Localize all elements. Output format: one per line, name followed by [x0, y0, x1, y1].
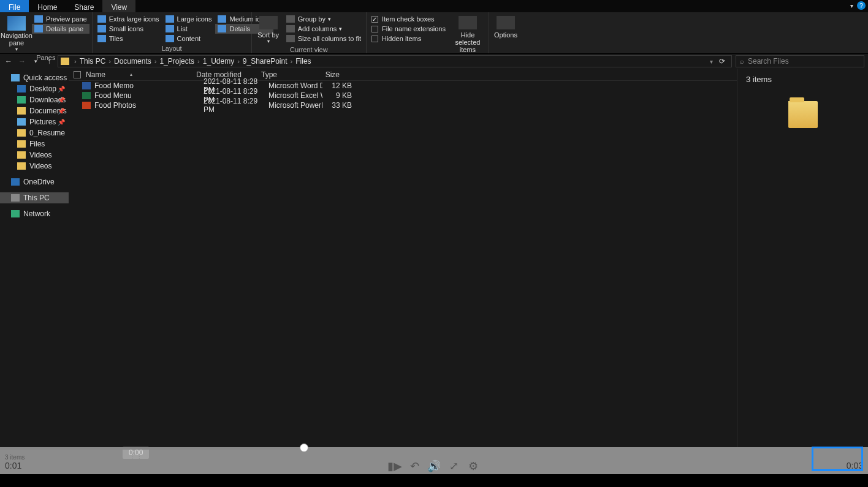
volume-button[interactable]: 🔊 — [427, 459, 441, 473]
sidebar-quick-access[interactable]: Quick access — [0, 72, 69, 83]
search-placeholder: Search Files — [748, 57, 789, 66]
current-time: 0:01 — [5, 461, 25, 470]
highlight-box — [812, 447, 863, 471]
breadcrumb-segment[interactable]: Documents — [112, 57, 153, 66]
size-all-columns-button[interactable]: Size all columns to fit — [284, 34, 364, 43]
fullscreen-button[interactable]: ⤢ — [447, 459, 460, 473]
progress-bar[interactable] — [0, 447, 868, 450]
large-icons-icon — [166, 15, 174, 23]
ribbon-group-layout: Extra large icons Small icons Tiles Larg… — [93, 12, 252, 53]
details-icon — [218, 25, 226, 32]
tiles-icon — [97, 35, 106, 42]
view-tiles[interactable]: Tiles — [95, 34, 162, 43]
file-size: 9 KB — [322, 91, 357, 100]
group-by-button[interactable]: Group by▾ — [284, 14, 364, 24]
layout-group-label: Layout — [95, 45, 249, 53]
pin-icon: 📌 — [58, 119, 65, 126]
hide-selected-button[interactable]: Hide selected items — [449, 14, 486, 55]
item-checkboxes-toggle[interactable]: Item check boxes — [369, 14, 448, 24]
sidebar-documents[interactable]: Documents📌 — [0, 105, 69, 116]
forward-button[interactable]: → — [17, 56, 27, 66]
pin-icon: 📌 — [58, 108, 65, 115]
sidebar-downloads[interactable]: Downloads📌 — [0, 94, 69, 105]
file-row[interactable]: Food Memo2021-08-11 8:28 PMMicrosoft Wor… — [69, 81, 737, 91]
file-date: 2021-08-11 8:29 PM — [204, 97, 268, 114]
pictures-icon — [17, 118, 26, 126]
network-icon — [11, 210, 20, 217]
tab-share[interactable]: Share — [66, 0, 102, 12]
file-type-icon — [82, 82, 91, 89]
extra-large-icons-icon — [97, 15, 106, 23]
progress-fill — [0, 447, 304, 450]
minimize-ribbon-icon[interactable]: ▾ — [850, 2, 853, 9]
tab-home[interactable]: Home — [29, 0, 66, 12]
list-icon — [166, 25, 174, 32]
search-icon: ⌕ — [740, 58, 744, 65]
address-bar[interactable]: › This PC› Documents› 1_Projects› 1_Udem… — [58, 55, 732, 67]
sidebar-desktop[interactable]: Desktop📌 — [0, 83, 69, 94]
file-row[interactable]: Food Photos2021-08-11 8:29 PMMicrosoft P… — [69, 100, 737, 110]
breadcrumb-segment[interactable]: This PC — [78, 57, 108, 66]
view-list[interactable]: List — [163, 24, 215, 34]
add-columns-icon — [286, 25, 295, 32]
recent-dropdown[interactable]: ▾ — [31, 56, 40, 66]
refresh-icon[interactable]: ⟳ — [715, 57, 729, 66]
sidebar-files[interactable]: Files — [0, 138, 69, 149]
file-extensions-toggle[interactable]: File name extensions — [369, 24, 448, 34]
main-area: Quick access Desktop📌 Downloads📌 Documen… — [0, 69, 868, 447]
view-content[interactable]: Content — [163, 34, 215, 43]
breadcrumb-segment[interactable]: 9_SharePoint — [241, 57, 289, 66]
breadcrumb-segment[interactable]: 1_Udemy — [201, 57, 236, 66]
view-large-icons[interactable]: Large icons — [163, 14, 215, 24]
bottom-strip — [0, 474, 868, 487]
quick-access-icon — [11, 74, 20, 81]
view-extra-large-icons[interactable]: Extra large icons — [95, 14, 162, 24]
tab-view[interactable]: View — [102, 0, 135, 12]
column-name[interactable]: Name▴ — [69, 70, 191, 79]
group-by-icon — [286, 15, 295, 23]
file-row[interactable]: Food Menu2021-08-11 8:29 PMMicrosoft Exc… — [69, 91, 737, 100]
status-items: 3 items — [5, 454, 25, 461]
progress-thumb[interactable] — [300, 444, 308, 452]
sidebar-resume[interactable]: 0_Resume — [0, 127, 69, 138]
search-input[interactable]: ⌕ Search Files — [736, 55, 864, 67]
sidebar-this-pc[interactable]: This PC — [0, 192, 69, 203]
file-name: Food Menu — [94, 91, 204, 100]
size-columns-icon — [286, 35, 295, 42]
pin-icon: 📌 — [58, 97, 65, 104]
details-pane-button[interactable]: Details pane — [32, 24, 89, 34]
view-small-icons[interactable]: Small icons — [95, 24, 162, 34]
help-icon[interactable]: ? — [857, 1, 866, 10]
sidebar-videos-2[interactable]: Videos — [0, 160, 69, 172]
back-button[interactable]: ← — [4, 56, 13, 66]
file-type: Microsoft Excel W... — [268, 91, 322, 100]
hidden-items-toggle[interactable]: Hidden items — [369, 34, 448, 43]
breadcrumb-segment[interactable]: 1_Projects — [158, 57, 196, 66]
sidebar-pictures[interactable]: Pictures📌 — [0, 116, 69, 127]
settings-button[interactable]: ⚙ — [466, 459, 480, 473]
small-icons-icon — [97, 25, 106, 32]
options-icon — [497, 16, 515, 29]
tab-file[interactable]: File — [0, 0, 29, 12]
navigation-sidebar: Quick access Desktop📌 Downloads📌 Documen… — [0, 69, 69, 447]
preview-pane-button[interactable]: Preview pane — [32, 14, 89, 24]
navigation-pane-button[interactable]: Navigation pane ▾ — [2, 14, 31, 54]
options-button[interactable]: Options — [492, 14, 520, 45]
folder-icon — [17, 162, 26, 170]
large-folder-icon — [788, 101, 818, 128]
play-pause-button[interactable]: ▮▶ — [388, 459, 402, 473]
rewind-button[interactable]: ↶ — [408, 459, 421, 473]
sort-by-button[interactable]: Sort by ▾ — [254, 14, 283, 46]
column-size[interactable]: Size — [310, 70, 345, 79]
select-all-checkbox[interactable] — [74, 71, 81, 78]
add-columns-button[interactable]: Add columns▾ — [284, 24, 364, 34]
current-view-group-label: Current view — [254, 46, 364, 55]
sidebar-network[interactable]: Network — [0, 208, 69, 219]
sidebar-videos[interactable]: Videos — [0, 149, 69, 160]
file-type-icon — [82, 92, 91, 99]
address-dropdown-icon[interactable]: ▾ — [707, 58, 715, 65]
breadcrumb-segment[interactable]: Files — [294, 57, 313, 66]
up-button[interactable]: ↑ — [44, 56, 54, 66]
file-type: Microsoft PowerP... — [268, 101, 322, 110]
sidebar-onedrive[interactable]: OneDrive — [0, 176, 69, 187]
